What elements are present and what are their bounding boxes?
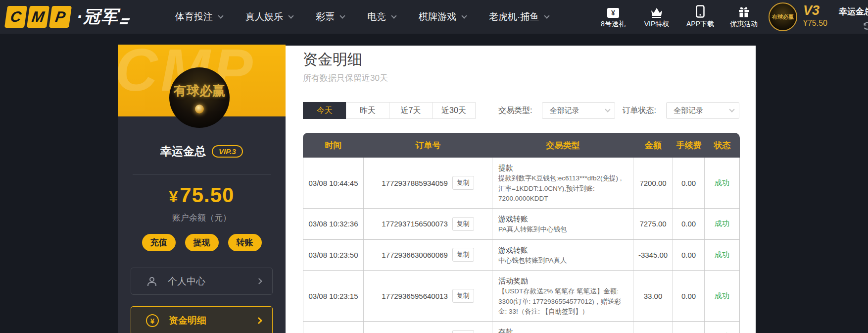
cell-order-no: 1772936595640013 复制 [364, 271, 492, 321]
order-status-label: 订单状态: [622, 106, 656, 116]
page-title: 资金明细 [303, 50, 362, 70]
transfer-button[interactable]: 转账 [228, 234, 262, 251]
header-type: 交易类型 [492, 140, 633, 151]
sidebar-item-funds-detail[interactable]: ¥ 资金明细 [131, 306, 273, 333]
cell-amount: 3300.00 [633, 322, 673, 333]
cell-fee: 0.00 [673, 322, 705, 333]
cell-type: 提款 提款到数字K豆钱包:ec6113***dfb2(免提) ,汇率=1KDDT… [492, 158, 633, 208]
quick-link-promotions[interactable]: 优惠活动 [728, 5, 759, 29]
quick-link-gift8[interactable]: ¥ 8号送礼 [598, 5, 628, 29]
copy-button[interactable]: 复制 [452, 176, 474, 190]
nav-item-board-games[interactable]: 棋牌游戏 [419, 10, 466, 23]
table-row: 03/08 10:23:50 1772936630060069 复制 游戏转账 … [303, 240, 739, 271]
profile-username: 幸运金总 [160, 144, 206, 159]
username-block: 幸运金总 [839, 6, 868, 31]
quick-link-app[interactable]: APP下载 [685, 5, 716, 29]
transaction-type-label: 交易类型: [498, 106, 532, 116]
cell-type: 游戏转账 PA真人转账到中心钱包 [492, 209, 633, 239]
cell-order-no: 1772937156500073 复制 [364, 209, 492, 239]
vip-level-badge: V3 [803, 4, 832, 17]
transaction-type-select[interactable]: 全部记录 [542, 102, 615, 119]
order-status-select[interactable]: 全部记录 [666, 102, 739, 119]
chevron-down-icon [729, 107, 734, 112]
brand-logo[interactable]: C M P ·冠军 [6, 5, 129, 28]
main-content: 资金明细 所有数据只保留近30天 今天 昨天 近7天 近30天 交易类型: 全部… [286, 46, 756, 333]
user-avatar[interactable]: 有球必赢 [769, 2, 797, 31]
table-row: 03/08 10:44:45 1772937885934059 复制 提款 提款… [303, 158, 739, 209]
copy-button[interactable]: 复制 [452, 289, 474, 303]
cell-fee: 0.00 [673, 271, 705, 321]
header-status: 状态 [705, 140, 740, 151]
gift-icon [738, 5, 750, 18]
chevron-right-icon [255, 317, 262, 324]
golden-ball-decoration [195, 105, 204, 113]
sidebar-item-personal-center[interactable]: 个人中心 [131, 268, 273, 295]
nav-item-lottery[interactable]: 彩票 [316, 10, 344, 23]
profile-avatar: 有球必赢 [169, 67, 230, 128]
withdraw-button[interactable]: 提现 [185, 234, 219, 251]
tab-last7days[interactable]: 近7天 [389, 102, 433, 119]
user-area: 有球必赢 V3 ¥75.50 幸运金总 [769, 0, 868, 34]
table-header: 时间 订单号 交易类型 金额 手续费 状态 [303, 133, 740, 158]
table-row: 03/08 10:32:36 1772937156500073 复制 游戏转账 … [303, 209, 739, 240]
nav-item-live-casino[interactable]: 真人娱乐 [245, 10, 293, 23]
logo-dashes-decoration [120, 18, 131, 24]
funds-table: 时间 订单号 交易类型 金额 手续费 状态 03/08 10:44:45 177… [303, 133, 740, 333]
cell-type: 存款 K豆钱包-稍后选择 充值 [492, 322, 633, 333]
cell-time: 03/08 10:23:50 [303, 240, 364, 271]
nav-item-slots-fishing[interactable]: 老虎机·捕鱼 [489, 10, 549, 23]
page: C M P ·冠军 体育投注 真人娱乐 彩票 电竞 棋牌游戏 老虎机·捕鱼 [0, 0, 868, 333]
cell-time: 03/08 10:44:45 [303, 158, 364, 208]
chevron-down-icon [288, 13, 293, 18]
chevron-right-icon [256, 278, 262, 284]
logo-letter: M [27, 6, 49, 28]
header-fee: 手续费 [673, 140, 705, 151]
cell-amount: 7275.00 [633, 209, 673, 239]
filter-row: 今天 昨天 近7天 近30天 交易类型: 全部记录 订单状态: 全部记录 [303, 102, 739, 119]
chevron-down-icon [218, 13, 223, 18]
navbar-username[interactable]: 幸运金总 [839, 6, 868, 17]
refresh-balance-icon[interactable] [863, 21, 868, 31]
chevron-down-icon [544, 13, 550, 18]
quick-link-vip[interactable]: VIP特权 [641, 5, 672, 29]
header-time: 时间 [303, 140, 364, 151]
chevron-down-icon [605, 107, 611, 112]
cell-status: 成功 [705, 209, 739, 239]
nav-item-sports[interactable]: 体育投注 [175, 10, 223, 23]
tab-today[interactable]: 今天 [303, 102, 346, 119]
cell-order-no: 1772936630060069 复制 [364, 240, 492, 271]
tab-yesterday[interactable]: 昨天 [346, 102, 389, 119]
vip-balance-block: V3 ¥75.50 [803, 4, 832, 28]
wallet-actions: 充值 提现 转账 [118, 234, 286, 251]
chevron-down-icon [339, 13, 345, 18]
quick-links: ¥ 8号送礼 VIP特权 APP下载 优惠活动 [598, 0, 759, 34]
logo-letter: P [49, 6, 72, 28]
tab-last30days[interactable]: 近30天 [432, 102, 476, 119]
sidebar: CMP 有球必赢 幸运金总 VIP.3 ¥75.50 账户余额（元） 充值 提现… [118, 45, 286, 333]
navbar-balance: ¥75.50 [803, 19, 832, 28]
logo-letter: C [4, 6, 27, 28]
copy-button[interactable]: 复制 [452, 217, 474, 231]
account-balance: ¥75.50 [118, 183, 286, 207]
copy-button[interactable]: 复制 [452, 248, 474, 262]
cell-amount: 7200.00 [633, 158, 673, 208]
cell-amount: -3345.00 [633, 240, 673, 271]
cell-type: 活动奖励 【USDT存款送2% 笔笔存 笔笔送】金额: 3300(订单: 177… [492, 271, 633, 321]
divider [133, 174, 271, 175]
chevron-down-icon [391, 13, 396, 18]
cell-fee: 0.00 [673, 158, 705, 208]
top-navbar: C M P ·冠军 体育投注 真人娱乐 彩票 电竞 棋牌游戏 老虎机·捕鱼 [0, 0, 868, 34]
phone-icon [696, 5, 705, 18]
cell-status: 成功 [705, 322, 739, 333]
copy-button[interactable]: 复制 [452, 330, 474, 333]
table-row: 03/08 10:23:15 1772936595640013 复制 活动奖励 … [303, 271, 739, 322]
vip-badge: VIP.3 [212, 145, 243, 158]
deposit-button[interactable]: 充值 [142, 234, 176, 251]
nav-item-esports[interactable]: 电竞 [367, 10, 396, 23]
cell-status: 成功 [705, 158, 739, 208]
page-subtitle: 所有数据只保留近30天 [303, 72, 388, 84]
cell-status: 成功 [705, 271, 739, 321]
cell-fee: 0.00 [673, 240, 705, 271]
cell-time: 03/08 10:23:15 [303, 271, 364, 321]
cell-time: 03/08 10:32:36 [303, 209, 364, 239]
